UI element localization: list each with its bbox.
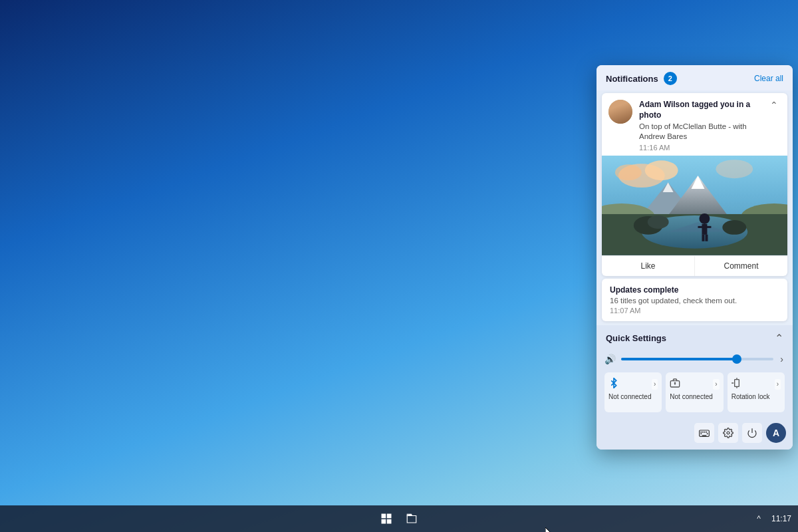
bluetooth-tile-top: › <box>608 378 658 390</box>
svg-point-35 <box>727 432 730 434</box>
avatar <box>608 100 632 124</box>
notif-title-area: Notifications 2 <box>606 72 677 85</box>
volume-icon: 🔊 <box>604 354 616 364</box>
notification-badge: 2 <box>664 72 677 85</box>
svg-point-2 <box>645 160 678 180</box>
svg-rect-26 <box>734 380 739 387</box>
svg-point-4 <box>716 160 753 178</box>
taskbar-right: ^ 11:17 <box>751 511 791 526</box>
clock-time: 11:17 <box>771 513 791 525</box>
settings-button[interactable] <box>718 423 738 443</box>
rotation-label: Rotation lock <box>732 393 770 401</box>
notification-collapse-button[interactable]: ⌃ <box>767 100 781 110</box>
quick-settings-bottom: A <box>597 419 793 450</box>
tray-icon-1[interactable]: ^ <box>751 511 766 526</box>
user-account-button[interactable]: A <box>766 423 786 443</box>
comment-button[interactable]: Comment <box>695 256 787 276</box>
svg-point-15 <box>648 215 669 229</box>
svg-rect-19 <box>698 226 702 228</box>
notif-content: Adam Wilson tagged you in a photo On top… <box>639 100 761 152</box>
power-button[interactable] <box>742 423 762 443</box>
updates-time: 11:07 AM <box>610 307 779 315</box>
vpn-label: Not connected <box>670 393 713 401</box>
updates-title: Updates complete <box>610 285 779 295</box>
quick-settings-tiles: › Not connected › <box>597 371 793 419</box>
notif-card-header: Adam Wilson tagged you in a photo On top… <box>602 93 787 156</box>
taskbar-clock: 11:17 <box>771 513 791 525</box>
quick-settings-panel: Quick Settings ⌃ 🔊 › <box>597 325 793 450</box>
action-center: Notifications 2 Clear all Adam Wilson ta… <box>597 65 793 450</box>
vpn-icon <box>670 378 680 390</box>
bluetooth-tile[interactable]: › Not connected <box>604 372 662 412</box>
taskbar: ^ 11:17 <box>0 505 798 532</box>
notifications-header: Notifications 2 Clear all <box>597 65 793 90</box>
quick-settings-title: Quick Settings <box>606 333 666 343</box>
svg-rect-22 <box>705 235 708 241</box>
svg-rect-38 <box>387 514 392 519</box>
keyboard-button[interactable] <box>694 423 714 443</box>
notification-title: Adam Wilson tagged you in a photo <box>639 100 761 120</box>
rotation-tile-top: › <box>732 378 781 390</box>
notification-card-1: Adam Wilson tagged you in a photo On top… <box>602 93 787 276</box>
updates-body: 16 titles got updated, check them out. <box>610 297 779 305</box>
svg-point-3 <box>615 164 642 180</box>
file-explorer-button[interactable] <box>402 509 421 528</box>
volume-row: 🔊 › <box>597 350 793 371</box>
bluetooth-icon <box>608 378 619 390</box>
start-button[interactable] <box>377 509 396 528</box>
svg-rect-20 <box>706 226 711 228</box>
quick-settings-collapse-button[interactable]: ⌃ <box>775 332 783 344</box>
bluetooth-label: Not connected <box>608 393 652 401</box>
rotation-lock-tile[interactable]: › Rotation lock <box>728 372 785 412</box>
rotation-expand-button[interactable]: › <box>775 379 781 390</box>
volume-slider-fill <box>621 358 737 360</box>
vpn-expand-button[interactable]: › <box>713 379 719 390</box>
quick-settings-header: Quick Settings ⌃ <box>597 325 793 350</box>
bluetooth-expand-button[interactable]: › <box>652 379 658 390</box>
like-button[interactable]: Like <box>602 256 695 276</box>
system-tray: ^ <box>751 511 766 526</box>
taskbar-center <box>377 509 421 528</box>
volume-slider-thumb[interactable] <box>732 354 741 364</box>
vpn-tile-top: › <box>670 378 719 390</box>
svg-rect-21 <box>702 235 704 241</box>
notification-body: On top of McClellan Butte - with Andrew … <box>639 122 761 142</box>
svg-point-16 <box>722 220 746 235</box>
svg-rect-37 <box>382 514 386 519</box>
notifications-title: Notifications <box>606 74 658 84</box>
rotation-icon <box>732 378 742 390</box>
notification-image <box>602 156 787 255</box>
svg-rect-40 <box>387 519 392 524</box>
clear-all-button[interactable]: Clear all <box>754 74 783 83</box>
vpn-tile[interactable]: › Not connected <box>666 372 723 412</box>
volume-expand-button[interactable]: › <box>779 352 785 366</box>
svg-point-17 <box>699 213 710 224</box>
svg-rect-18 <box>702 224 707 235</box>
svg-rect-39 <box>382 519 386 524</box>
volume-slider[interactable] <box>621 358 773 360</box>
svg-point-25 <box>675 382 676 383</box>
notification-time: 11:16 AM <box>639 144 761 152</box>
notification-actions: Like Comment <box>602 255 787 276</box>
notification-card-2: Updates complete 16 titles got updated, … <box>602 279 787 321</box>
